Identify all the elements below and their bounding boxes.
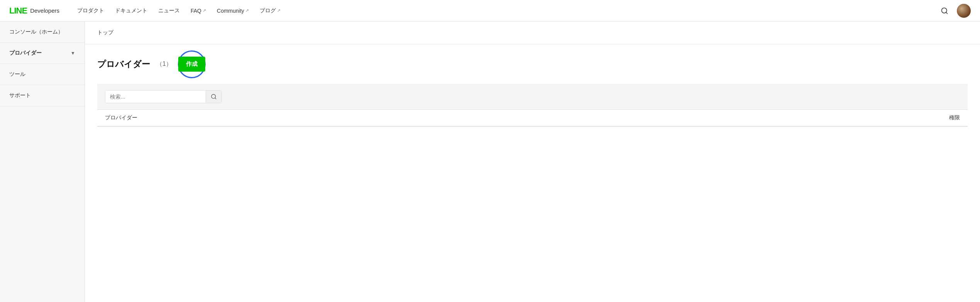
header-search-button[interactable] [938, 5, 951, 17]
nav-item-news[interactable]: ニュース [153, 0, 185, 22]
table-col-provider: プロバイダー [105, 114, 137, 121]
avatar[interactable] [957, 4, 971, 18]
faq-external-icon: ↗ [203, 8, 206, 13]
chevron-down-icon: ▼ [71, 50, 75, 56]
sidebar-item-console[interactable]: コンソール（ホーム） [0, 22, 84, 43]
page-layout: コンソール（ホーム） プロバイダー ▼ ツール サポート トップ プロバイダー … [0, 22, 980, 302]
blog-external-icon: ↗ [277, 8, 280, 13]
nav-item-docs[interactable]: ドキュメント [110, 0, 153, 22]
search-input[interactable] [105, 91, 206, 103]
search-icon [211, 94, 217, 100]
sidebar-item-support[interactable]: サポート [0, 85, 84, 106]
nav-item-blog[interactable]: ブログ ↗ [254, 0, 286, 22]
table-col-permission: 権限 [949, 114, 960, 121]
provider-header: プロバイダー （1） 作成 [97, 57, 968, 72]
breadcrumb: トップ [85, 22, 980, 44]
main-body: プロバイダー （1） 作成 [85, 44, 980, 139]
search-area [97, 84, 968, 109]
sidebar: コンソール（ホーム） プロバイダー ▼ ツール サポート [0, 22, 85, 302]
create-button[interactable]: 作成 [178, 57, 205, 72]
avatar-image [957, 4, 971, 18]
sidebar-item-provider[interactable]: プロバイダー ▼ [0, 43, 84, 64]
main-content: トップ プロバイダー （1） 作成 [85, 22, 980, 302]
header-actions [938, 4, 971, 18]
provider-title: プロバイダー [97, 59, 150, 70]
nav-item-community[interactable]: Community ↗ [211, 0, 254, 22]
search-button[interactable] [206, 91, 221, 103]
svg-line-1 [946, 12, 948, 13]
create-button-wrapper: 作成 [178, 57, 205, 72]
table-divider [97, 126, 968, 127]
table-header: プロバイダー 権限 [97, 109, 968, 126]
sidebar-item-tools[interactable]: ツール [0, 64, 84, 85]
search-input-wrapper [105, 90, 222, 103]
header: LINE Developers プロダクト ドキュメント ニュース FAQ ↗ … [0, 0, 980, 22]
logo[interactable]: LINE Developers [9, 6, 59, 16]
provider-count: （1） [156, 60, 172, 68]
logo-developers: Developers [30, 7, 59, 14]
logo-line: LINE [9, 6, 27, 16]
main-nav: プロダクト ドキュメント ニュース FAQ ↗ Community ↗ ブログ … [72, 0, 938, 22]
nav-item-faq[interactable]: FAQ ↗ [185, 0, 211, 22]
nav-item-product[interactable]: プロダクト [72, 0, 110, 22]
svg-line-3 [215, 98, 216, 99]
community-external-icon: ↗ [245, 8, 249, 13]
